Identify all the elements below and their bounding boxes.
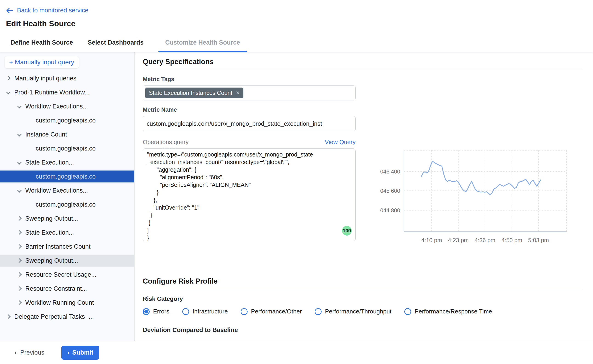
tree-item-sweeping-output[interactable]: Sweeping Output... bbox=[0, 213, 134, 225]
tree-item-custom-googleapis-co[interactable]: custom.googleapis.co bbox=[0, 114, 134, 126]
x-tick-label: 4:36 pm bbox=[475, 237, 495, 243]
radio-icon[interactable] bbox=[241, 308, 248, 315]
chevron-right-icon[interactable] bbox=[17, 300, 21, 305]
radio-icon[interactable] bbox=[182, 308, 189, 315]
chevron-right-icon[interactable] bbox=[17, 272, 21, 276]
tree-item-label: State Execution... bbox=[25, 229, 74, 236]
body-row: + Manually input query Manually input qu… bbox=[0, 52, 593, 341]
tree-item-resource-constraint[interactable]: Resource Constraint... bbox=[0, 283, 134, 295]
back-arrow-icon bbox=[6, 8, 13, 13]
tab-select-dashboards[interactable]: Select Dashboards bbox=[88, 33, 144, 52]
query-record-count-badge: 100 bbox=[342, 226, 352, 235]
query-spec-row: Metric Tags State Execution Instances Co… bbox=[143, 70, 593, 250]
tree-item-custom-googleapis-co[interactable]: custom.googleapis.co bbox=[0, 199, 134, 210]
metric-tag-chip[interactable]: State Execution Instances Count × bbox=[145, 88, 243, 98]
tree-item-label: Workflow Executions... bbox=[25, 103, 88, 110]
chevron-right-icon[interactable] bbox=[6, 76, 10, 80]
tree-item-state-execution[interactable]: State Execution... bbox=[0, 156, 134, 169]
operations-query-label: Operations query bbox=[143, 139, 189, 146]
radio-icon[interactable] bbox=[143, 308, 150, 315]
chart-y-tick-labels: 36 046 40036 045 60036 044 800 bbox=[378, 169, 400, 214]
chevron-down-icon[interactable] bbox=[6, 90, 10, 94]
radio-icon[interactable] bbox=[315, 308, 322, 315]
previous-button[interactable]: ‹ Previous bbox=[15, 349, 44, 356]
x-tick-label: 4:23 pm bbox=[448, 237, 469, 243]
tree-item-sweeping-output[interactable]: Sweeping Output... bbox=[0, 255, 134, 266]
tree-item-label: custom.googleapis.co bbox=[36, 173, 96, 180]
metric-preview-chart-column: 36 046 40036 045 60036 044 800 4:10 pm4:… bbox=[378, 146, 581, 250]
tab-define-health-source[interactable]: Define Health Source bbox=[11, 33, 73, 52]
tree-item-custom-googleapis-co[interactable]: custom.googleapis.co bbox=[0, 170, 134, 182]
risk-radio-performance-response-time[interactable]: Performance/Response Time bbox=[404, 308, 492, 315]
operations-query-header: Operations query View Query bbox=[143, 139, 356, 146]
tree-item-custom-googleapis-co[interactable]: custom.googleapis.co bbox=[0, 143, 134, 154]
chevron-right-icon[interactable] bbox=[17, 230, 21, 234]
x-tick-label: 4:10 pm bbox=[421, 237, 442, 243]
y-tick-label: 36 046 400 bbox=[378, 169, 400, 175]
tree-item-label: Prod-1 Runtime Workflow... bbox=[14, 89, 90, 96]
tab-customize-health-source[interactable]: Customize Health Source bbox=[158, 33, 247, 52]
tree-item-prod-1-runtime-workflow[interactable]: Prod-1 Runtime Workflow... bbox=[0, 86, 134, 98]
page-header: Back to monitored service Edit Health So… bbox=[0, 0, 593, 33]
tree-item-manually-input-queries[interactable]: Manually input queries bbox=[0, 72, 134, 84]
tree-item-barrier-instances-count[interactable]: Barrier Instances Count bbox=[0, 240, 134, 253]
tree-item-delegate-perpetual-tasks[interactable]: Delegate Perpetual Tasks -... bbox=[0, 311, 134, 323]
metric-tags-input[interactable]: State Execution Instances Count × bbox=[143, 85, 356, 100]
chevron-right-icon[interactable] bbox=[17, 258, 21, 262]
risk-radio-performance-other[interactable]: Performance/Other bbox=[241, 308, 302, 315]
operations-query-textarea[interactable]: "filter": "metric.type=\"custom.googleap… bbox=[143, 149, 356, 241]
tree-item-label: Delegate Perpetual Tasks -... bbox=[14, 313, 94, 320]
risk-category-radio-group: ErrorsInfrastructurePerformance/OtherPer… bbox=[143, 308, 593, 315]
radio-label: Performance/Response Time bbox=[415, 308, 492, 315]
risk-radio-performance-throughput[interactable]: Performance/Throughput bbox=[315, 308, 391, 315]
configure-risk-profile-heading: Configure Risk Profile bbox=[143, 277, 593, 286]
tree-item-label: Sweeping Output... bbox=[25, 257, 78, 264]
chevron-right-icon: › bbox=[67, 349, 70, 356]
tree-item-workflow-executions[interactable]: Workflow Executions... bbox=[0, 100, 134, 112]
chevron-right-icon[interactable] bbox=[17, 216, 21, 220]
tree-item-workflow-running-count[interactable]: Workflow Running Count bbox=[0, 297, 134, 309]
add-manual-query-button[interactable]: + Manually input query bbox=[5, 56, 79, 68]
tree-item-instance-count[interactable]: Instance Count bbox=[0, 129, 134, 140]
view-query-link[interactable]: View Query bbox=[325, 139, 356, 146]
tree-item-resource-secret-usage[interactable]: Resource Secret Usage... bbox=[0, 269, 134, 281]
chevron-down-icon[interactable] bbox=[17, 104, 21, 108]
radio-icon[interactable] bbox=[404, 308, 411, 315]
tree-item-label: Resource Constraint... bbox=[25, 285, 87, 292]
risk-radio-infrastructure[interactable]: Infrastructure bbox=[182, 308, 228, 315]
deviation-label: Deviation Compared to Baseline bbox=[143, 326, 593, 334]
operations-query-text: "filter": "metric.type=\"custom.googleap… bbox=[147, 149, 351, 241]
tree-item-label: Workflow Running Count bbox=[25, 299, 94, 306]
chevron-down-icon[interactable] bbox=[17, 188, 21, 192]
submit-button-label: Submit bbox=[72, 349, 93, 356]
risk-radio-errors[interactable]: Errors bbox=[143, 308, 169, 315]
radio-dot bbox=[144, 310, 148, 313]
chevron-left-icon: ‹ bbox=[15, 349, 17, 356]
tree-item-label: custom.googleapis.co bbox=[36, 117, 96, 124]
back-to-monitored-service-link[interactable]: Back to monitored service bbox=[6, 7, 89, 14]
metric-preview-chart: 36 046 40036 045 60036 044 800 4:10 pm4:… bbox=[378, 146, 581, 249]
x-tick-label: 4:50 pm bbox=[502, 237, 522, 243]
main-panel: Query Specifications Metric Tags State E… bbox=[134, 52, 593, 341]
metric-tag-chip-label: State Execution Instances Count bbox=[149, 90, 232, 96]
tree-item-workflow-executions[interactable]: Workflow Executions... bbox=[0, 184, 134, 196]
chevron-down-icon[interactable] bbox=[17, 132, 21, 136]
chart-x-tick-labels: 4:10 pm4:23 pm4:36 pm4:50 pm5:03 pm bbox=[421, 237, 549, 243]
chevron-right-icon[interactable] bbox=[6, 314, 10, 318]
chevron-right-icon[interactable] bbox=[17, 244, 21, 248]
radio-label: Errors bbox=[153, 308, 169, 315]
chevron-right-icon[interactable] bbox=[17, 286, 21, 291]
section-divider bbox=[143, 289, 581, 289]
tree-item-label: custom.googleapis.co bbox=[36, 145, 96, 152]
edit-health-source-page: Back to monitored service Edit Health So… bbox=[0, 0, 593, 364]
chevron-down-icon[interactable] bbox=[17, 160, 21, 164]
radio-label: Performance/Other bbox=[251, 308, 302, 315]
metric-name-input[interactable]: custom.googleapis.com/user/x_mongo_prod_… bbox=[143, 116, 356, 131]
tree-item-label: Barrier Instances Count bbox=[25, 243, 91, 250]
submit-button[interactable]: › Submit bbox=[61, 346, 99, 360]
y-tick-label: 36 044 800 bbox=[378, 207, 400, 214]
tree-item-state-execution[interactable]: State Execution... bbox=[0, 227, 134, 239]
query-form-column: Metric Tags State Execution Instances Co… bbox=[143, 70, 356, 250]
wizard-footer: ‹ Previous › Submit bbox=[0, 341, 593, 364]
chip-close-icon[interactable]: × bbox=[236, 90, 240, 96]
